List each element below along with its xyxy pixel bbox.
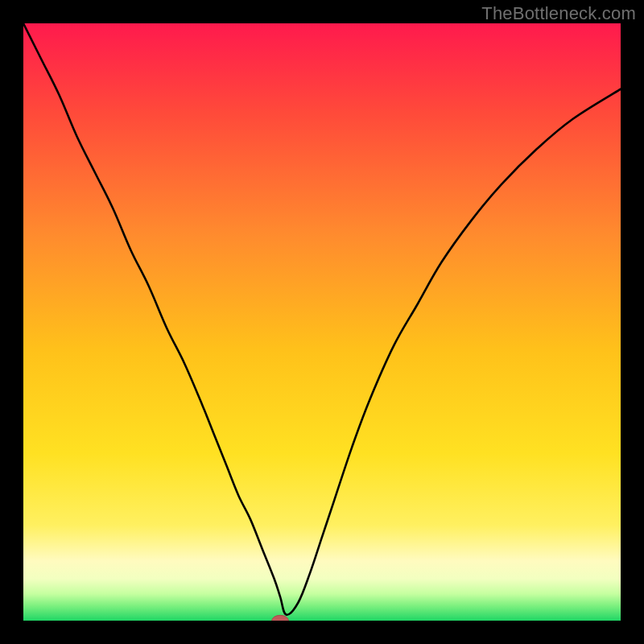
chart-background — [23, 23, 621, 621]
chart-frame: TheBottleneck.com — [0, 0, 644, 644]
plot-area — [23, 23, 621, 621]
chart-svg — [23, 23, 621, 621]
watermark-text: TheBottleneck.com — [481, 3, 636, 24]
